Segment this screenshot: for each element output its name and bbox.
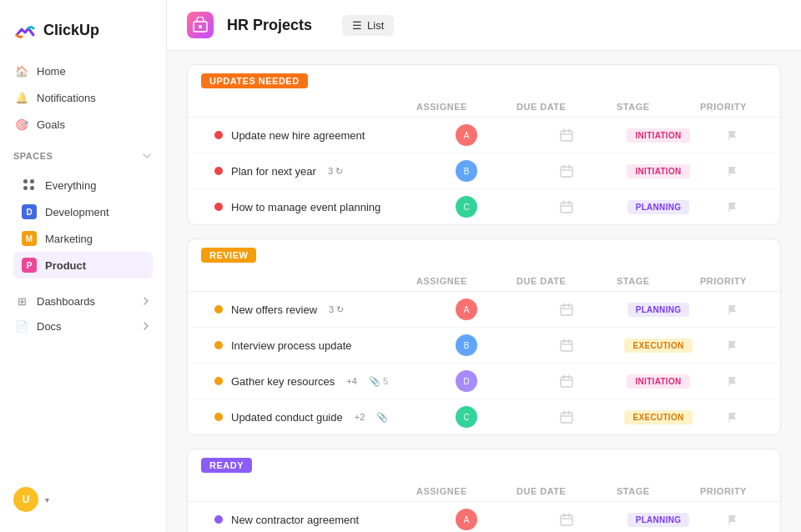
docs-label: Docs (37, 320, 62, 333)
stage-badge: INITIATION (627, 164, 689, 178)
logo-text: ClickUp (43, 22, 99, 39)
extras-list: ⊞ Dashboards 📄 Docs (0, 289, 166, 339)
sidebar-item-goals[interactable]: 🎯 Goals (7, 112, 159, 137)
sidebar-item-dashboards[interactable]: ⊞ Dashboards (7, 289, 159, 314)
avatar: A (456, 124, 477, 146)
sidebar-item-home[interactable]: 🏠 Home (7, 58, 159, 83)
group-ready-columns: ASSIGNEE DUE DATE STAGE PRIORITY (188, 481, 780, 502)
project-icon (187, 12, 214, 38)
group-ready-header: READY (188, 449, 780, 481)
sidebar-item-product-label: Product (45, 259, 86, 272)
stage-badge: PLANNING (627, 200, 690, 214)
svg-point-1 (199, 25, 202, 28)
task-count: +4 (346, 376, 357, 386)
sidebar-item-notifications-label: Notifications (37, 92, 96, 104)
stage-badge: EXECUTION (624, 339, 692, 353)
group-updates: UPDATES NEEDED ASSIGNEE DUE DATE STAGE P… (187, 64, 781, 225)
calendar-icon (560, 410, 573, 424)
flag-icon (728, 375, 739, 387)
calendar-icon (560, 513, 573, 526)
col-due-date3: DUE DATE (516, 486, 617, 496)
sidebar-item-everything[interactable]: Everything (13, 172, 153, 198)
task-name[interactable]: New contractor agreement (231, 514, 359, 526)
sidebar-item-docs[interactable]: 📄 Docs (7, 314, 159, 339)
task-dot (214, 167, 223, 175)
task-dot (214, 377, 223, 385)
svg-rect-8 (561, 305, 572, 315)
avatar: A (456, 509, 477, 530)
task-name[interactable]: Gather key resources (231, 375, 335, 388)
calendar-icon (560, 339, 573, 352)
avatar: C (456, 196, 477, 218)
svg-rect-6 (561, 203, 572, 213)
group-review-columns: ASSIGNEE DUE DATE STAGE PRIORITY (188, 271, 780, 292)
view-tabs: ☰ List (342, 15, 394, 36)
dashboards-label: Dashboards (37, 295, 95, 308)
bell-icon: 🔔 (15, 91, 28, 104)
col-due-date2: DUE DATE (516, 276, 617, 286)
task-dot (214, 305, 223, 314)
stage-badge: INITIATION (627, 374, 689, 389)
sidebar-item-everything-label: Everything (45, 179, 96, 192)
tab-list[interactable]: ☰ List (342, 15, 394, 36)
sidebar-item-notifications[interactable]: 🔔 Notifications (7, 85, 159, 110)
table-row: How to manage event planning C PLANNING (188, 189, 780, 224)
attachment-count: 📎 5 (369, 376, 388, 387)
flag-icon (728, 129, 739, 141)
task-dot (214, 203, 223, 211)
sidebar-item-development-label: Development (45, 206, 109, 218)
chevron-right-icon2 (141, 321, 151, 331)
spaces-label: Spaces (13, 151, 53, 161)
calendar-icon (560, 200, 573, 213)
development-dot: D (22, 204, 37, 219)
attachment-icon: 📎 (376, 412, 388, 423)
clickup-logo-icon (13, 18, 37, 42)
task-name[interactable]: Plan for next year (231, 165, 316, 178)
product-dot: P (22, 258, 37, 273)
calendar-icon (560, 374, 573, 388)
dashboards-icon: ⊞ (15, 294, 28, 308)
table-row: Gather key resources +4 📎 5 D INITIATION (188, 364, 780, 399)
task-count: 3 ↻ (329, 304, 344, 315)
task-dot (214, 515, 223, 524)
sidebar-item-goals-label: Goals (37, 118, 65, 131)
task-count: 3 ↻ (328, 166, 343, 177)
task-name[interactable]: New offers review (231, 304, 317, 316)
tab-list-label: List (367, 19, 384, 32)
group-review-badge: REVIEW (201, 248, 256, 263)
sidebar-item-marketing[interactable]: M Marketing (13, 225, 153, 252)
sidebar-nav: 🏠 Home 🔔 Notifications 🎯 Goals (0, 58, 166, 137)
task-dot (214, 341, 223, 349)
flag-icon (728, 201, 739, 213)
project-title: HR Projects (227, 17, 312, 34)
table-row: Interview process update B EXECUTION (188, 328, 780, 364)
avatar: C (456, 406, 477, 428)
table-row: Plan for next year 3 ↻ B INITIATION (188, 153, 780, 189)
task-name[interactable]: Interview process update (231, 339, 352, 352)
stage-badge: EXECUTION (624, 410, 692, 424)
sidebar-item-product[interactable]: P Product (13, 252, 153, 279)
spaces-list: Everything D Development M Marketing P P… (0, 172, 166, 279)
avatar: B (456, 334, 477, 356)
stage-badge: PLANNING (627, 513, 690, 527)
user-profile[interactable]: U ▾ (0, 477, 166, 522)
group-ready: READY ASSIGNEE DUE DATE STAGE PRIORITY N… (187, 449, 781, 532)
sidebar-item-development[interactable]: D Development (13, 198, 153, 225)
avatar: U (13, 487, 38, 512)
table-row: Update new hire agreement A INITIATION (188, 118, 780, 153)
task-name[interactable]: Updated conduct guide (231, 411, 343, 424)
chevron-down-icon[interactable] (141, 150, 153, 162)
list-tab-icon: ☰ (352, 19, 362, 32)
task-name[interactable]: Update new hire agreement (231, 129, 365, 142)
sidebar-item-marketing-label: Marketing (45, 233, 93, 245)
task-dot (214, 131, 223, 139)
spaces-section: Spaces (0, 137, 166, 167)
svg-rect-2 (561, 131, 572, 141)
table-row: New offers review 3 ↻ A PLANNING (188, 292, 780, 328)
col-priority3: PRIORITY (700, 486, 767, 496)
task-name[interactable]: How to manage event planning (231, 201, 380, 213)
flag-icon (728, 165, 739, 177)
group-review-header: REVIEW (188, 239, 780, 271)
flag-icon (728, 339, 739, 351)
group-ready-badge: READY (201, 458, 252, 473)
